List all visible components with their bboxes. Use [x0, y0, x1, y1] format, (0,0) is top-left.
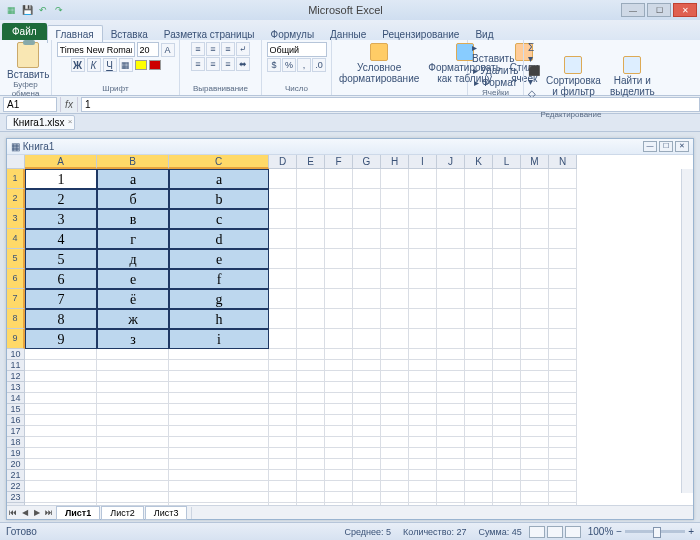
- cell[interactable]: [269, 481, 297, 492]
- insert-cells-button[interactable]: ▸ Вставить: [472, 42, 519, 64]
- cell[interactable]: [325, 470, 353, 481]
- cell[interactable]: [465, 189, 493, 209]
- cell[interactable]: [353, 481, 381, 492]
- cell[interactable]: [269, 404, 297, 415]
- cell[interactable]: [437, 470, 465, 481]
- cell[interactable]: [269, 209, 297, 229]
- cell[interactable]: [353, 229, 381, 249]
- undo-icon[interactable]: ↶: [36, 3, 50, 17]
- cell[interactable]: [353, 371, 381, 382]
- cell[interactable]: [269, 289, 297, 309]
- save-icon[interactable]: 💾: [20, 3, 34, 17]
- underline-button[interactable]: Ч: [103, 58, 117, 72]
- cell[interactable]: [493, 349, 521, 360]
- cell[interactable]: [493, 492, 521, 503]
- row-header[interactable]: 19: [7, 448, 25, 459]
- currency-icon[interactable]: $: [267, 58, 281, 72]
- cell[interactable]: [25, 382, 97, 393]
- row-header[interactable]: 6: [7, 269, 25, 289]
- cell[interactable]: [493, 309, 521, 329]
- cell[interactable]: д: [97, 249, 169, 269]
- cell[interactable]: [381, 503, 409, 505]
- cell[interactable]: [493, 209, 521, 229]
- cell[interactable]: [521, 209, 549, 229]
- cell[interactable]: [409, 349, 437, 360]
- cell[interactable]: [269, 448, 297, 459]
- cell[interactable]: [521, 393, 549, 404]
- column-header[interactable]: H: [381, 155, 409, 169]
- cell[interactable]: [493, 426, 521, 437]
- sheet-nav-last-icon[interactable]: ⏭: [43, 508, 55, 517]
- cell[interactable]: [169, 503, 269, 505]
- cell[interactable]: [493, 371, 521, 382]
- cell[interactable]: [437, 393, 465, 404]
- cell[interactable]: [325, 426, 353, 437]
- cell[interactable]: [297, 437, 325, 448]
- inner-close-button[interactable]: ✕: [675, 141, 689, 152]
- cell[interactable]: [465, 309, 493, 329]
- cell[interactable]: [97, 437, 169, 448]
- cell[interactable]: [521, 349, 549, 360]
- inner-maximize-button[interactable]: ☐: [659, 141, 673, 152]
- format-cells-button[interactable]: ▸ Формат: [474, 77, 517, 88]
- cell[interactable]: [169, 404, 269, 415]
- cell[interactable]: [465, 360, 493, 371]
- cell[interactable]: 8: [25, 309, 97, 329]
- find-select-button[interactable]: Найти и выделить: [607, 56, 658, 97]
- cell[interactable]: [325, 404, 353, 415]
- cell[interactable]: [269, 470, 297, 481]
- cell[interactable]: [381, 169, 409, 189]
- cell[interactable]: [521, 481, 549, 492]
- cell[interactable]: [409, 269, 437, 289]
- cell[interactable]: [493, 229, 521, 249]
- cell[interactable]: [381, 492, 409, 503]
- cell[interactable]: [521, 448, 549, 459]
- cell[interactable]: [297, 269, 325, 289]
- cell[interactable]: [409, 437, 437, 448]
- cell[interactable]: [325, 209, 353, 229]
- cell[interactable]: а: [97, 169, 169, 189]
- spreadsheet-grid[interactable]: ABCDEFGHIJKLMN 1234567891011121314151617…: [7, 155, 693, 505]
- cell[interactable]: [25, 492, 97, 503]
- cell[interactable]: [381, 209, 409, 229]
- cell[interactable]: [25, 415, 97, 426]
- cell[interactable]: [297, 229, 325, 249]
- cell[interactable]: [437, 448, 465, 459]
- cell[interactable]: [381, 289, 409, 309]
- align-left-icon[interactable]: ≡: [191, 57, 205, 71]
- cell[interactable]: [465, 371, 493, 382]
- cell[interactable]: [297, 426, 325, 437]
- cell[interactable]: [521, 426, 549, 437]
- cell[interactable]: [353, 382, 381, 393]
- number-format-select[interactable]: [267, 42, 327, 57]
- cell[interactable]: 3: [25, 209, 97, 229]
- cell[interactable]: [549, 349, 577, 360]
- cell[interactable]: [325, 360, 353, 371]
- cell[interactable]: [325, 289, 353, 309]
- font-color-button[interactable]: [149, 60, 161, 70]
- redo-icon[interactable]: ↷: [52, 3, 66, 17]
- percent-icon[interactable]: %: [282, 58, 296, 72]
- cell[interactable]: [97, 448, 169, 459]
- column-header[interactable]: A: [25, 155, 97, 169]
- row-header[interactable]: 2: [7, 189, 25, 209]
- row-header[interactable]: 23: [7, 492, 25, 503]
- sheet-nav-next-icon[interactable]: ▶: [31, 508, 43, 517]
- cell[interactable]: [409, 393, 437, 404]
- cell[interactable]: [353, 404, 381, 415]
- cell[interactable]: [549, 269, 577, 289]
- cell[interactable]: [325, 229, 353, 249]
- cell[interactable]: [521, 229, 549, 249]
- cell[interactable]: [97, 503, 169, 505]
- column-header[interactable]: F: [325, 155, 353, 169]
- row-header[interactable]: 24: [7, 503, 25, 505]
- cell[interactable]: [521, 470, 549, 481]
- cell[interactable]: [549, 415, 577, 426]
- cell[interactable]: [437, 382, 465, 393]
- cell[interactable]: [353, 209, 381, 229]
- cell[interactable]: [437, 209, 465, 229]
- cell[interactable]: [381, 360, 409, 371]
- cell[interactable]: [409, 481, 437, 492]
- row-header[interactable]: 16: [7, 415, 25, 426]
- column-header[interactable]: L: [493, 155, 521, 169]
